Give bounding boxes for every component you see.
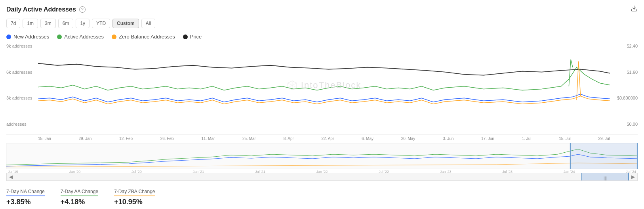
svg-rect-4 xyxy=(637,143,638,169)
scrollbar-thumb[interactable]: ||| xyxy=(581,173,629,180)
y-axis-right-label: $0.00 xyxy=(610,122,638,127)
x-axis-label: 17. Jun xyxy=(481,136,494,141)
y-axis-right-label: $1.60 xyxy=(610,70,638,75)
filter-btn-1y[interactable]: 1y xyxy=(76,19,90,28)
x-axis-label: 29. Jan xyxy=(79,136,92,141)
scroll-left-arrow[interactable]: ◀ xyxy=(7,174,15,180)
scrollbar-track[interactable]: ||| xyxy=(15,173,629,180)
legend-item-new-addresses: New Addresses xyxy=(6,34,49,40)
filter-btn-6m[interactable]: 6m xyxy=(58,19,74,28)
stat-item-7-day-na-change: 7-Day NA Change +3.85% xyxy=(6,189,45,206)
x-axis-label: 20. May xyxy=(401,136,415,141)
x-axis-label: 15. Jul xyxy=(559,136,570,141)
y-axis-right-label: $0.800000 xyxy=(610,96,638,100)
x-axis-label: 15. Jan xyxy=(38,136,51,141)
y-axis-left: 9k addresses6k addresses3k addressesaddr… xyxy=(6,44,38,134)
legend-item-active-addresses: Active Addresses xyxy=(57,34,104,40)
y-axis-left-label: 3k addresses xyxy=(6,96,38,100)
y-axis-right: $2.40$1.60$0.800000$0.00 xyxy=(610,44,638,134)
filter-btn-3m[interactable]: 3m xyxy=(40,19,56,28)
stat-item-7-day-zba-change: 7-Day ZBA Change +10.95% xyxy=(114,189,155,206)
stat-value: +10.95% xyxy=(114,198,155,206)
legend-item-zero-balance-addresses: Zero Balance Addresses xyxy=(112,34,175,40)
chart-canvas: IntoTheBlock xyxy=(38,44,610,127)
x-axis-label: 12. Feb xyxy=(119,136,133,141)
page-title: Daily Active Addresses xyxy=(6,6,76,13)
x-axis-label: 29. Jul xyxy=(598,136,610,141)
stat-value: +4.18% xyxy=(61,198,98,206)
x-axis-label: 26. Feb xyxy=(160,136,174,141)
main-chart: 9k addresses6k addresses3k addressesaddr… xyxy=(6,44,638,135)
filter-btn-ytd[interactable]: YTD xyxy=(92,19,110,28)
svg-rect-2 xyxy=(570,143,638,169)
filter-btn-7d[interactable]: 7d xyxy=(6,19,20,28)
stat-item-7-day-aa-change: 7-Day AA Change +4.18% xyxy=(61,189,98,206)
download-icon[interactable] xyxy=(631,5,638,14)
svg-rect-1 xyxy=(6,143,638,169)
stat-label: 7-Day AA Change xyxy=(61,189,98,196)
y-axis-left-label: 6k addresses xyxy=(6,70,38,75)
scroll-handle-icon: ||| xyxy=(604,176,607,180)
stat-value: +3.85% xyxy=(6,198,45,206)
svg-rect-3 xyxy=(570,143,571,169)
x-axis-label: 25. Mar xyxy=(242,136,256,141)
scrollbar[interactable]: ◀ ||| ▶ xyxy=(6,173,638,181)
x-axis: 15. Jan29. Jan12. Feb26. Feb11. Mar25. M… xyxy=(38,135,610,141)
filter-btn-1m[interactable]: 1m xyxy=(23,19,38,28)
scroll-right-arrow[interactable]: ▶ xyxy=(629,174,637,180)
y-axis-left-label: addresses xyxy=(6,122,38,127)
filter-btn-custom[interactable]: Custom xyxy=(112,19,139,28)
x-axis-label: 22. Apr xyxy=(322,136,334,141)
legend-item-price: Price xyxy=(183,34,202,40)
x-axis-label: 8. Apr xyxy=(284,136,294,141)
y-axis-right-label: $2.40 xyxy=(610,44,638,48)
stats-row: 7-Day NA Change +3.85% 7-Day AA Change +… xyxy=(6,186,638,206)
x-axis-label: 1. Jul xyxy=(522,136,532,141)
x-axis-label: 3. Jun xyxy=(443,136,453,141)
y-axis-left-label: 9k addresses xyxy=(6,44,38,48)
x-axis-label: 6. May xyxy=(362,136,373,141)
stat-label: 7-Day NA Change xyxy=(6,189,45,196)
watermark: IntoTheBlock xyxy=(287,80,361,91)
x-axis-label: 11. Mar xyxy=(201,136,215,141)
chart-legend: New AddressesActive AddressesZero Balanc… xyxy=(6,34,638,40)
stat-label: 7-Day ZBA Change xyxy=(114,189,155,196)
filter-btn-all[interactable]: All xyxy=(141,19,155,28)
help-icon[interactable]: ? xyxy=(79,6,86,13)
time-filter-group: 7d1m3m6m1yYTDCustomAll xyxy=(6,19,638,28)
